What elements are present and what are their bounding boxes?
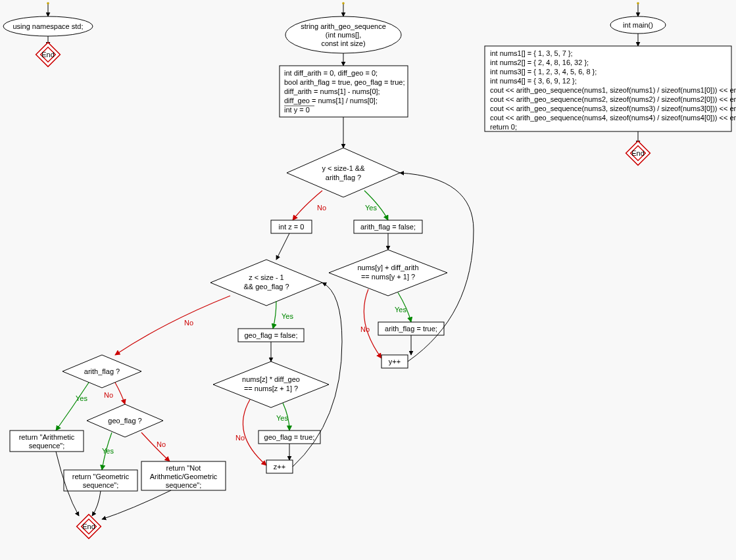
start-l1: string arith_geo_sequence <box>301 22 386 30</box>
main-l4: int nums4[] = { 3, 6, 9, 12 }; <box>490 77 577 85</box>
init-l1: int diff_arith = 0, diff_geo = 0; <box>284 69 378 77</box>
col1-end-label: End <box>41 51 55 58</box>
ret1-l1: return "Arithmetic <box>19 433 75 441</box>
col1-end-node: End <box>36 43 61 67</box>
d4-l2: == nums[z + 1] ? <box>244 385 298 392</box>
start-l2: (int nums[], <box>326 31 361 39</box>
init-l5: int y = 0 <box>284 106 310 114</box>
d1-diamond <box>287 148 400 197</box>
af-true-label: arith_flag = true; <box>385 325 437 333</box>
d6-label: geo_flag ? <box>108 417 141 425</box>
d3-no-label: No <box>184 319 193 327</box>
gf-true-label: geo_flag = true; <box>264 433 315 441</box>
main-l7: cout << arith_geo_sequence(nums3, sizeof… <box>490 105 736 112</box>
flowchart-diagram: using namespace std; End int main() int … <box>0 0 736 560</box>
d3-yes-label: Yes <box>282 312 293 320</box>
d1-yes-label: Yes <box>365 204 377 212</box>
col1-start-label: using namespace std; <box>12 22 83 30</box>
ret2-l1: return "Geometric <box>72 473 130 480</box>
d2-yes-label: Yes <box>395 306 406 314</box>
ret2-l2: sequence"; <box>83 481 119 489</box>
start-l3: const int size) <box>321 39 365 47</box>
zpp-label: z++ <box>274 463 285 471</box>
d5-yes-label: Yes <box>76 394 87 402</box>
d2-no-label: No <box>360 325 370 333</box>
col3-start-label: int main() <box>623 21 653 29</box>
intz-label: int z = 0 <box>279 223 305 231</box>
main-l9: return 0; <box>490 123 517 131</box>
d4-l1: nums[z] * diff_geo <box>242 375 300 383</box>
d1-no-label: No <box>317 204 326 212</box>
d3-l2: && geo_flag ? <box>243 283 289 291</box>
d4-yes-label: Yes <box>276 414 288 422</box>
ret1-l2: sequence"; <box>29 442 65 450</box>
ypp-label: y++ <box>389 358 401 365</box>
col3-main: int main() int nums1[] = { 1, 3, 5, 7 };… <box>485 3 736 165</box>
col2-function: string arith_geo_sequence (int nums[], c… <box>10 3 474 538</box>
main-l1: int nums1[] = { 1, 3, 5, 7 }; <box>490 49 573 57</box>
gf-false-label: geo_flag = false; <box>244 331 297 339</box>
init-l3: diff_arith = nums[1] - nums[0]; <box>284 87 380 95</box>
col1-using-namespace: using namespace std; End <box>3 3 93 66</box>
d4-no-label: No <box>235 434 245 442</box>
d5-label: arith_flag ? <box>84 367 120 375</box>
col2-end-node: End <box>77 515 101 539</box>
col2-end-label: End <box>82 523 95 530</box>
d2-l2: == nums[y + 1] ? <box>361 273 415 281</box>
col3-end-node: End <box>626 141 650 166</box>
d2-l1: nums[y] + diff_arith <box>357 264 418 271</box>
main-l8: cout << arith_geo_sequence(nums4, sizeof… <box>490 114 736 122</box>
main-l5: cout << arith_geo_sequence(nums1, sizeof… <box>490 86 736 94</box>
d5-no-label: No <box>104 391 113 399</box>
d6-yes-label: Yes <box>102 447 114 455</box>
d3-l1: z < size - 1 <box>249 273 284 281</box>
ret3-l1: return "Not <box>166 464 201 472</box>
main-l2: int nums2[] = { 2, 4, 8, 16, 32 }; <box>490 58 589 66</box>
d6-no-label: No <box>157 440 166 448</box>
af-false-label: arith_flag = false; <box>360 223 416 231</box>
ret3-l2: Arithmetic/Geometric <box>150 473 218 480</box>
init-l4: diff_geo = nums[1] / nums[0]; <box>284 97 378 105</box>
init-l2: bool arith_flag = true, geo_flag = true; <box>284 78 405 86</box>
main-l6: cout << arith_geo_sequence(nums2, sizeof… <box>490 95 736 103</box>
ret3-l3: sequence"; <box>166 481 202 489</box>
d1-l2: arith_flag ? <box>326 174 361 181</box>
d1-l1: y < size-1 && <box>322 164 365 172</box>
main-l3: int nums3[] = { 1, 2, 3, 4, 5, 6, 8 }; <box>490 68 597 76</box>
col3-end-label: End <box>631 149 645 157</box>
